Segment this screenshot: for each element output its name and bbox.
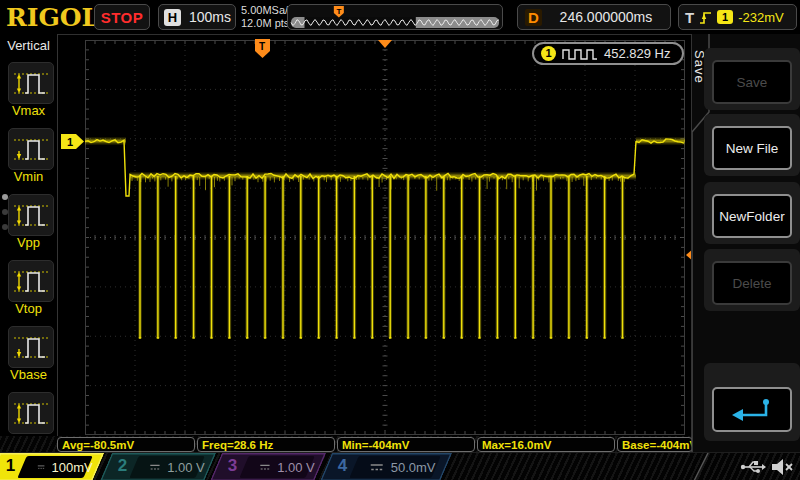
- measurement-box: Min=-404mV: [337, 437, 475, 452]
- save-button[interactable]: Save: [712, 60, 792, 104]
- svg-text:1: 1: [67, 136, 73, 148]
- trigger-position-marker[interactable]: T: [255, 39, 270, 58]
- channel-scale-box: 1.00 V: [239, 456, 314, 478]
- memory-window-preview: T: [288, 5, 502, 29]
- measurement-box: Avg=-80.5mV: [57, 437, 195, 452]
- channel-scale-value: 100mV: [52, 460, 93, 475]
- channel-number: 2: [118, 456, 127, 476]
- newfolder-button[interactable]: NewFolder: [712, 194, 792, 238]
- run-state-indicator[interactable]: STOP: [94, 4, 150, 30]
- trigger-channel-badge: 1: [717, 10, 733, 24]
- menu-button-vtop[interactable]: [8, 260, 54, 302]
- channel-scale-box: 100mV: [17, 456, 92, 478]
- menu-button-vmax[interactable]: [8, 62, 54, 104]
- dc-coupling-icon: [149, 462, 161, 472]
- square-wave-icon: [562, 47, 598, 60]
- channel-2-status[interactable]: 21.00 V: [100, 453, 216, 480]
- trigger-box: T 1 -232mV: [678, 4, 797, 30]
- back-button[interactable]: [712, 387, 792, 432]
- measurement-box: Base=-404mV: [617, 437, 693, 452]
- channel-scale-value: 50.0mV: [391, 460, 436, 475]
- menu-button-label: Vtop: [0, 301, 57, 316]
- rising-edge-icon: [699, 9, 712, 25]
- left-menu: Vertical VmaxVminVppVtopVbaseVamp: [0, 34, 58, 436]
- menu-button-vmin[interactable]: [8, 128, 54, 170]
- page-dot: [2, 224, 8, 230]
- delete-button[interactable]: Delete: [712, 261, 792, 305]
- vpp-icon: [12, 199, 50, 231]
- menu-button-label: Vmax: [0, 103, 57, 118]
- channel-1-position-marker[interactable]: 1: [61, 134, 85, 149]
- measurement-box: Max=16.0mV: [477, 437, 615, 452]
- horizontal-preview[interactable]: T: [287, 4, 503, 30]
- t-badge: T: [685, 9, 694, 26]
- page-dot: [2, 209, 8, 215]
- channel-scale-value: 1.00 V: [277, 460, 315, 475]
- channel-3-status[interactable]: 31.00 V: [210, 453, 326, 480]
- status-divider: [690, 453, 716, 480]
- dc-coupling-icon: [37, 462, 46, 472]
- brand-logo: RIGOL: [6, 3, 99, 32]
- new-file-button[interactable]: New File: [712, 126, 792, 170]
- menu-button-vpp[interactable]: [8, 194, 54, 236]
- vmin-icon: [12, 133, 50, 165]
- counter-value: 452.829 Hz: [604, 46, 671, 61]
- display-right-border: [691, 34, 692, 436]
- menu-button-label: Vbase: [0, 367, 57, 382]
- vamp-icon: [12, 397, 50, 429]
- channel-number: 4: [338, 456, 347, 476]
- channel-number: 1: [6, 456, 15, 476]
- delay-box: D 246.000000ms: [517, 4, 671, 30]
- svg-text:T: T: [336, 7, 341, 16]
- channel-status-bar: 1100mV21.00 V31.00 V450.0mV: [0, 452, 800, 480]
- svg-text:T: T: [259, 41, 265, 52]
- usb-icon: [740, 459, 766, 475]
- sample-rate-value: 5.00MSa/s: [241, 4, 294, 17]
- d-badge: D: [525, 9, 542, 26]
- frequency-counter: 1 452.829 Hz: [532, 42, 684, 65]
- vbase-icon: [12, 331, 50, 363]
- menu-button-label: Vpp: [0, 235, 57, 250]
- counter-channel-badge: 1: [541, 46, 556, 61]
- run-state-label: STOP: [101, 9, 144, 26]
- memory-depth-value: 12.0M pts: [241, 17, 294, 30]
- acquisition-info: 5.00MSa/s 12.0M pts: [241, 4, 294, 30]
- beeper-off-icon: [770, 457, 794, 477]
- dc-coupling-icon: [369, 462, 385, 472]
- graticule: [85, 40, 685, 435]
- h-badge: H: [164, 9, 181, 26]
- trigger-level-value: -232mV: [738, 10, 784, 25]
- delay-value: 246.000000ms: [542, 9, 670, 25]
- page-dot: [2, 194, 8, 200]
- oscilloscope-screen: RIGOL STOP H 100ms 5.00MSa/s 12.0M pts T…: [0, 0, 800, 480]
- menu-button-vbase[interactable]: [8, 326, 54, 368]
- dc-coupling-icon: [259, 462, 271, 472]
- menu-button-vamp[interactable]: [8, 392, 54, 434]
- horizontal-settings-box[interactable]: H 100ms: [158, 4, 236, 30]
- channel-scale-value: 1.00 V: [167, 460, 205, 475]
- channel-1-status[interactable]: 1100mV: [0, 453, 104, 480]
- horizontal-center-marker: [378, 40, 392, 48]
- return-arrow-icon: [729, 396, 775, 424]
- channel-number: 3: [228, 456, 237, 476]
- timebase-value: 100ms: [189, 9, 231, 25]
- channel-4-status[interactable]: 450.0mV: [320, 453, 452, 480]
- vmax-icon: [12, 67, 50, 99]
- menu-title: Vertical: [0, 38, 57, 53]
- channel-scale-box: 50.0mV: [349, 456, 440, 478]
- channel-scale-box: 1.00 V: [129, 456, 204, 478]
- top-status-bar: RIGOL STOP H 100ms 5.00MSa/s 12.0M pts T…: [0, 0, 800, 35]
- measurement-box: Freq=28.6 Hz: [197, 437, 335, 452]
- vtop-icon: [12, 265, 50, 297]
- menu-button-label: Vmin: [0, 169, 57, 184]
